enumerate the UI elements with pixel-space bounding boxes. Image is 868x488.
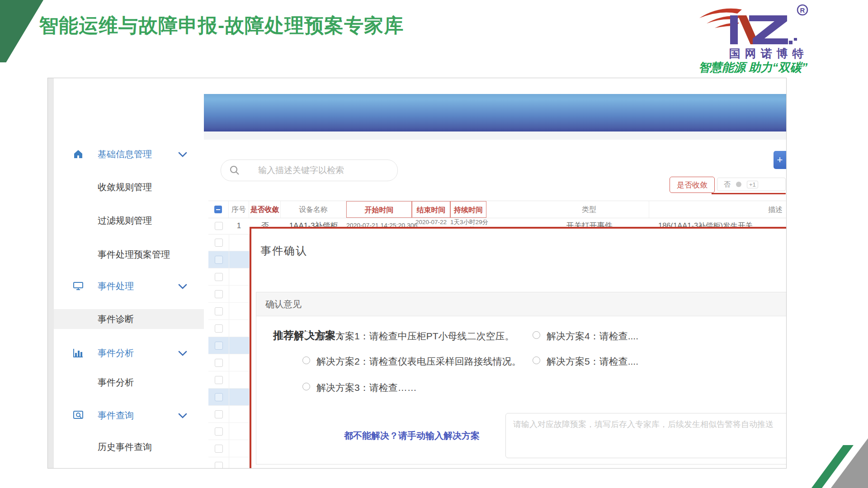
row-checkbox[interactable] [215,273,223,281]
search-input[interactable] [257,165,386,176]
select-all-checkbox[interactable] [214,206,222,213]
solution-option-3[interactable]: 解决方案3：请检查…… [302,381,417,394]
row-checkbox[interactable] [215,342,223,350]
sidebar-group-label: 事件处理 [98,280,134,292]
filter-chip-converged[interactable]: 是否收敛 [670,177,715,193]
row-checkbox[interactable] [215,307,223,315]
cell-end-date: 2020-07-22 [415,219,447,225]
presentation-slide: 智能运维与故障申报-故障处理预案专家库 R 国网诺博特 智慧能源 助力“双碳” [0,0,868,488]
row-checkbox[interactable] [215,239,223,247]
filter-count-dot-icon [736,182,741,187]
chevron-down-icon [178,350,188,356]
solution-option-label: 解决方案4：请检查.... [547,330,638,343]
row-checkbox[interactable] [215,393,223,401]
select-all-cell [208,201,229,218]
solution-option-label: 解决方案2：请检查仪表电压采样回路接线情况。 [316,355,521,368]
sidebar: 基础信息管理 收敛规则管理 过滤规则管理 事件处理预案管理 事件处理 [54,78,204,468]
app-screenshot: 基础信息管理 收敛规则管理 过滤规则管理 事件处理预案管理 事件处理 [47,78,787,469]
radio-icon[interactable] [302,383,310,390]
header-end-time: 结束时间 [412,201,450,218]
sidebar-item-event-analysis[interactable]: 事件分析 [54,372,204,392]
corner-decoration-top-left [0,0,43,62]
sidebar-item-label: 事件处理预案管理 [98,249,170,261]
header-seq: 序号 [229,201,249,218]
page-scrollbar[interactable] [48,78,54,468]
sidebar-group-event-handling[interactable]: 事件处理 [54,276,204,296]
sidebar-item-label: 事件诊断 [98,313,134,325]
manual-input-link[interactable]: 都不能解决？请手动输入解决方案 [344,430,480,442]
dialog-title: 事件确认 [260,244,307,258]
filter-count-badge: +1 [747,181,758,188]
filter-annotation-underline [712,193,786,194]
header-divider [204,131,786,140]
row-checkbox[interactable] [215,359,223,367]
company-logo: R 国网诺博特 智慧能源 助力“双碳” [698,3,866,75]
chevron-down-icon [178,151,188,157]
home-icon [73,149,85,160]
row-checkbox[interactable] [215,427,223,436]
sidebar-item-label: 历史事件查询 [98,441,152,453]
sidebar-item-filter-rules[interactable]: 过滤规则管理 [54,211,204,230]
search-icon [229,165,240,176]
filter-values[interactable]: 否 +1 [717,178,786,191]
filter-chip-label: 是否收敛 [677,180,708,190]
cell-seq: 1 [229,217,249,234]
row-checkbox[interactable] [215,290,223,298]
row-checkbox[interactable] [215,445,223,453]
header-converged: 是否收敛 [249,201,281,218]
nz-logo-mark-icon: R [698,3,834,46]
radio-icon[interactable] [533,331,540,339]
radio-icon[interactable] [302,357,310,364]
sidebar-item-history-event-query[interactable]: 历史事件查询 [54,437,204,457]
logo-company-name: 国网诺博特 [708,46,830,61]
radio-icon[interactable] [533,357,540,364]
manual-solution-textarea[interactable] [506,413,787,458]
sidebar-group-event-analysis[interactable]: 事件分析 [54,343,204,363]
sidebar-item-event-plan-mgmt[interactable]: 事件处理预案管理 [54,244,204,264]
radio-icon[interactable] [302,331,310,339]
add-button[interactable]: + [774,151,786,169]
row-checkbox[interactable] [215,256,223,264]
bar-chart-icon [73,347,85,358]
header-duration: 持续时间 [450,201,486,218]
solution-option-1[interactable]: 解决方案1：请检查中压柜PT小母线二次空压。 [302,330,514,343]
sidebar-item-label: 过滤规则管理 [98,215,152,227]
sidebar-item-label: 收敛规则管理 [98,181,152,193]
chevron-down-icon [178,283,188,289]
plus-icon: + [777,154,783,166]
sidebar-item-convergence-rules[interactable]: 收敛规则管理 [54,177,204,197]
row-checkbox[interactable] [215,462,223,469]
header-device: 设备名称 [281,201,346,218]
app-header-bar [204,94,786,131]
search-doc-icon [73,410,85,421]
logo-slogan: 智慧能源 助力“双碳” [698,60,864,75]
solution-option-label: 解决方案1：请检查中压柜PT小母线二次空压。 [316,330,514,343]
filter-value: 否 [724,180,731,189]
table-header: 序号 是否收敛 设备名称 开始时间 结束时间 持续时间 类型 描述 [208,201,786,218]
solution-option-4[interactable]: 解决方案4：请检查.... [533,330,638,343]
chevron-down-icon [178,412,188,418]
corner-decoration-bottom-right [796,434,868,488]
solution-option-label: 解决方案3：请检查…… [316,381,417,394]
monitor-icon [73,281,85,291]
search-box[interactable] [221,160,398,181]
sidebar-group-label: 事件分析 [98,347,134,359]
row-checkbox[interactable] [215,324,223,333]
header-type: 类型 [529,201,649,218]
solution-option-5[interactable]: 解决方案5：请检查.... [533,355,638,368]
panel-header: 确认意见 [256,292,787,316]
solution-option-2[interactable]: 解决方案2：请检查仪表电压采样回路接线情况。 [302,355,521,368]
sidebar-group-basic-info[interactable]: 基础信息管理 [54,144,204,164]
sidebar-group-label: 基础信息管理 [98,148,152,160]
header-description: 描述 [649,201,786,218]
header-start-time: 开始时间 [346,201,412,218]
sidebar-item-event-diagnosis[interactable]: 事件诊断 [54,309,204,329]
row-checkbox[interactable] [215,376,223,384]
solution-option-label: 解决方案5：请检查.... [547,355,638,368]
sidebar-item-label: 事件分析 [98,376,134,389]
annotation-rect-top [250,227,786,229]
cell-duration: 1天3小时29分 [450,219,488,225]
row-checkbox[interactable] [215,410,223,418]
row-checkbox[interactable] [215,222,223,230]
sidebar-group-event-query[interactable]: 事件查询 [54,405,204,425]
